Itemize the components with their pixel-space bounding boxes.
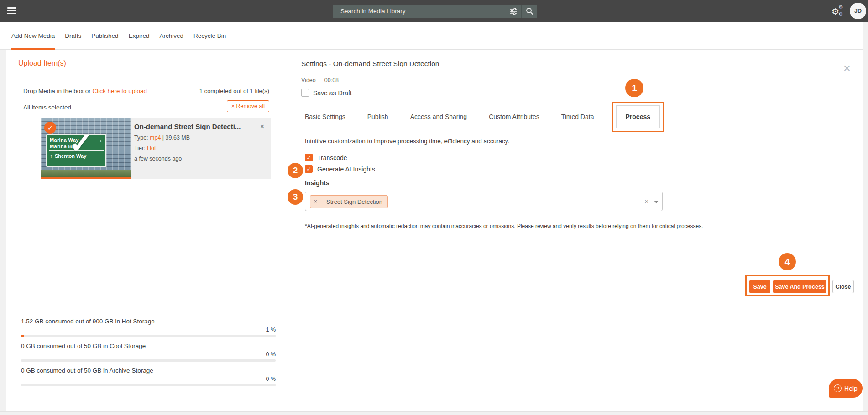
footer-divider (298, 270, 863, 270)
all-items-selected-text: All items selected (23, 104, 71, 111)
active-tab-underline (11, 48, 55, 50)
cool-storage-bar (21, 359, 276, 362)
tab-drafts[interactable]: Drafts (65, 32, 81, 39)
tab-published[interactable]: Published (91, 32, 118, 39)
upload-dropzone[interactable]: Drop Media in the box or Click here to u… (16, 81, 276, 313)
annotation-step-2: 2 (288, 163, 303, 178)
settings-gears-icon[interactable]: ⚙ ⚙ ⚙ (831, 4, 847, 18)
remove-all-button[interactable]: × Remove all (227, 100, 269, 112)
chip-label: Street Sign Detection (321, 198, 387, 205)
insights-label: Insights (305, 179, 329, 187)
user-avatar[interactable]: JD (850, 3, 866, 19)
tab-publish[interactable]: Publish (367, 113, 388, 120)
cool-storage-label: 0 GB consumed out of 50 GB in Cool Stora… (21, 342, 276, 349)
item-type-size: Type: mp4 | 39.63 MB (134, 135, 267, 141)
tab-add-new-media[interactable]: Add New Media (11, 32, 55, 39)
upload-items-title: Upload Item(s) (18, 59, 66, 67)
chip-remove-icon[interactable]: × (310, 198, 321, 205)
left-scrollbar-track[interactable] (0, 50, 6, 411)
search-icon[interactable] (522, 5, 537, 18)
click-to-upload-link[interactable]: Click here to upload (93, 88, 147, 94)
question-icon: ? (834, 384, 842, 392)
item-details: On-demand Street Sign Detecti... Type: m… (134, 123, 267, 162)
generate-ai-insights-label: Generate AI Insights (317, 166, 375, 173)
tab-basic-settings[interactable]: Basic Settings (305, 113, 345, 120)
tab-timed-data[interactable]: Timed Data (561, 113, 594, 120)
annotation-step-3: 3 (288, 189, 303, 205)
insight-chip: × Street Sign Detection (310, 195, 388, 208)
thumbnail-greenery (41, 170, 131, 177)
media-type: Video (301, 77, 316, 83)
ai-disclaimer-text: *AI-generated insights and automatic red… (305, 223, 703, 229)
transcode-checkbox[interactable]: ✓ (305, 154, 313, 161)
annotation-step-4: 4 (779, 253, 796, 270)
tab-recycle-bin[interactable]: Recycle Bin (193, 32, 226, 39)
sign-up-arrow: ↑ (50, 153, 52, 159)
filter-icon[interactable] (506, 5, 521, 18)
archive-storage-bar (21, 384, 276, 386)
remove-icon: × (231, 103, 235, 109)
settings-tab-bar: Basic Settings Publish Access and Sharin… (298, 105, 863, 129)
hamburger-menu-icon[interactable] (7, 7, 16, 15)
settings-title: Settings - On-demand Street Sign Detecti… (301, 60, 439, 68)
transcode-row: ✓ Transcode (305, 154, 347, 161)
page: Search in Media Library ⚙ (0, 0, 868, 415)
generate-ai-insights-checkbox[interactable]: ✓ (305, 165, 313, 173)
tab-custom-attributes[interactable]: Custom Attributes (489, 113, 539, 120)
cool-storage-percent: 0 % (21, 351, 276, 358)
search-input[interactable]: Search in Media Library (333, 8, 506, 15)
media-duration: 00:08 (324, 77, 339, 83)
annotation-step-1: 1 (625, 79, 643, 97)
select-caret-icon[interactable] (654, 201, 659, 203)
tab-archived[interactable]: Archived (159, 32, 183, 39)
top-bar: Search in Media Library ⚙ (0, 0, 868, 22)
archive-storage-percent: 0 % (21, 376, 276, 382)
save-as-draft-label: Save as Draft (313, 89, 352, 97)
panel-divider (294, 50, 294, 411)
cool-storage-meter: 0 GB consumed out of 50 GB in Cool Stora… (21, 342, 276, 362)
transcode-label: Transcode (317, 154, 347, 161)
select-clear-icon[interactable]: × (644, 197, 648, 205)
upload-progress-text: 1 completed out of 1 file(s) (199, 88, 269, 94)
save-button[interactable]: Save (749, 280, 770, 293)
selected-check-overlay: ✓ (69, 126, 94, 160)
bottom-scrollbar-track[interactable] (0, 411, 868, 415)
save-and-process-button[interactable]: Save And Process (773, 280, 826, 293)
help-label: Help (844, 385, 858, 392)
item-tier: Tier: Hot (134, 145, 267, 151)
drop-media-text: Drop Media in the box or Click here to u… (23, 88, 147, 94)
sign-right-arrow: → (96, 136, 103, 144)
generate-ai-insights-row: ✓ Generate AI Insights (305, 165, 375, 173)
right-scrollbar-track[interactable] (863, 22, 868, 411)
search-bar[interactable]: Search in Media Library (333, 5, 537, 18)
hot-storage-label: 1.52 GB consumed out of 900 GB in Hot St… (21, 318, 276, 325)
insights-multiselect[interactable]: × Street Sign Detection × (305, 192, 663, 211)
selected-badge-icon: ✓ (44, 122, 56, 134)
process-description: Intuitive customization to improve proce… (305, 138, 509, 145)
save-as-draft-checkbox[interactable] (301, 89, 309, 97)
settings-close-icon[interactable]: × (841, 62, 853, 75)
item-time-ago: a few seconds ago (134, 156, 267, 162)
media-info-line: Video 00:08 (301, 77, 339, 83)
uploaded-media-item[interactable]: Marina Way → Marina Blvd ↑Shenton Way ✓ … (41, 118, 271, 179)
close-button[interactable]: Close (832, 280, 854, 293)
archive-storage-meter: 0 GB consumed out of 50 GB in Archive St… (21, 367, 276, 386)
archive-storage-label: 0 GB consumed out of 50 GB in Archive St… (21, 367, 276, 374)
media-thumbnail[interactable]: Marina Way → Marina Blvd ↑Shenton Way ✓ … (41, 118, 131, 179)
tab-expired[interactable]: Expired (129, 32, 150, 39)
save-as-draft-row: Save as Draft (301, 89, 352, 97)
help-button[interactable]: ? Help (829, 379, 863, 398)
library-tab-strip: Add New Media Drafts Published Expired A… (0, 22, 868, 50)
hot-storage-bar (21, 335, 276, 337)
item-title: On-demand Street Sign Detecti... (134, 123, 251, 130)
hot-storage-percent: 1 % (21, 327, 276, 333)
hot-storage-meter: 1.52 GB consumed out of 900 GB in Hot St… (21, 318, 276, 337)
upload-complete-bar (41, 177, 131, 179)
tab-process[interactable]: Process (616, 105, 660, 128)
tab-access-and-sharing[interactable]: Access and Sharing (410, 113, 467, 120)
